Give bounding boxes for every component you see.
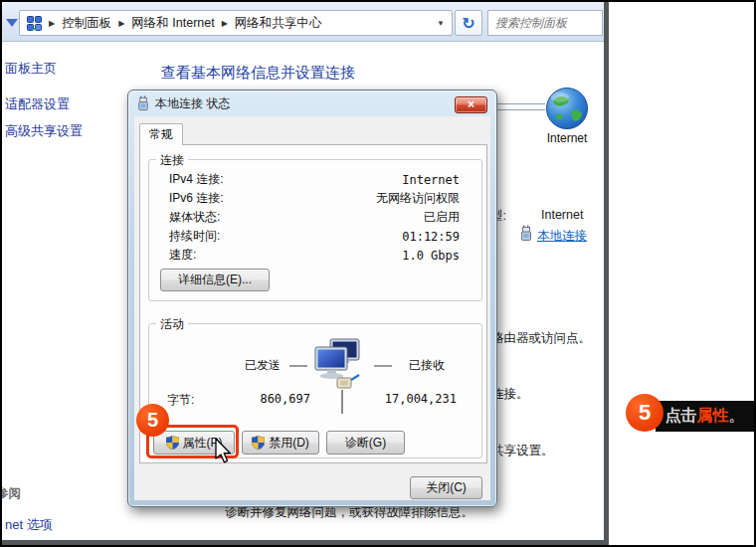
search-box [487,10,603,36]
general-tab-panel: 连接 IPv4 连接: Internet IPv6 连接: 无网络访问权限 媒体… [139,144,487,463]
sent-label: 已发送 [245,357,281,374]
received-dash [374,365,392,367]
row-label: 速度: [169,247,196,264]
sidebar-item-internet-options[interactable]: net 选项 [5,516,53,534]
internet-map-caption: Internet [542,131,592,145]
search-input[interactable] [488,11,602,35]
activity-group-label: 活动 [156,316,188,333]
breadcrumb-separator-icon: ▶ [49,19,55,28]
close-icon[interactable]: × [455,96,487,113]
breadcrumb-item-network-internet[interactable]: 网络和 Internet [131,15,214,32]
refresh-button[interactable]: ↻ [455,10,482,36]
callout-text-suffix: 。 [729,406,745,427]
connection-type-value: Internet [541,208,583,222]
received-label: 已接收 [409,357,445,374]
row-label: IPv6 连接: [169,190,224,207]
mouse-cursor-icon [214,438,234,465]
callout-text-highlight: 属性 [697,406,729,427]
row-value: 01:12:59 [402,230,460,244]
connection-group-label: 连接 [156,152,188,169]
callout-instruction: 点击属性。 [656,401,754,432]
row-label: IPv4 连接: [169,171,224,188]
breadcrumb-separator-icon: ▶ [222,19,228,28]
row-label: 媒体状态: [169,209,220,226]
local-connection-link[interactable]: 本地连接 [537,228,587,245]
callout-text-prefix: 点击 [665,406,697,427]
breadcrumb-separator-icon: ▶ [118,19,124,28]
explorer-window: ▶ 控制面板 ▶ 网络和 Internet ▶ 网络和共享中心 ▼ ↻ 面板主页… [2,2,609,545]
status-row-media-state: 媒体状态: 已启用 [169,208,460,227]
row-label: 持续时间: [169,228,220,245]
status-row-ipv6: IPv6 连接: 无网络访问权限 [169,189,460,208]
network-map-line [496,103,545,110]
diagnose-button-label: 诊断(G) [345,435,386,452]
back-dropdown-icon[interactable] [6,19,18,27]
internet-globe-icon [545,87,589,130]
callout-step-badge: 5 [626,394,663,432]
row-value: 无网络访问权限 [376,190,460,207]
tab-general[interactable]: 常规 [139,123,183,145]
row-value: 已启用 [424,209,460,226]
page-title: 查看基本网络信息并设置连接 [161,64,355,83]
uac-shield-icon [252,436,265,450]
address-toolbar: ▶ 控制面板 ▶ 网络和 Internet ▶ 网络和共享中心 ▼ ↻ [2,2,604,42]
text-fragment-router: 路由器或访问点。 [491,330,591,347]
disable-button[interactable]: 禁用(D) [242,431,319,455]
diagnose-button[interactable]: 诊断(G) [326,431,405,455]
disable-button-label: 禁用(D) [269,435,309,452]
breadcrumb-item-network-sharing-center[interactable]: 网络和共享中心 [235,15,322,32]
row-value: Internet [402,173,460,187]
status-row-speed: 速度: 1.0 Gbps [169,246,460,265]
close-button[interactable]: 关闭(C) [410,476,482,499]
details-button[interactable]: 详细信息(E)... [160,269,270,291]
bytes-sent-value: 860,697 [211,392,310,406]
breadcrumb[interactable]: ▶ 控制面板 ▶ 网络和 Internet ▶ 网络和共享中心 ▼ [19,10,453,36]
step-badge: 5 [136,404,169,437]
text-fragment-sharing: 共享设置。 [491,443,554,459]
dialog-titlebar[interactable]: 本地连接 状态 [128,91,496,116]
sidebar-item-control-panel-home[interactable]: 面板主页 [5,60,57,78]
sidebar-item-change-adapter-settings[interactable]: 适配器设置 [5,95,70,113]
bytes-label: 字节: [167,392,194,409]
local-connection-icon [520,225,532,242]
status-row-ipv4: IPv4 连接: Internet [169,170,460,189]
bytes-received-value: 17,004,231 [357,392,457,406]
dialog-title: 本地连接 状态 [155,95,230,112]
dialog-title-icon [137,95,149,111]
sidebar-see-also-heading: 参阅 [2,485,21,502]
control-panel-icon [27,16,42,31]
refresh-icon: ↻ [462,14,474,33]
status-row-duration: 持续时间: 01:12:59 [169,227,460,246]
activity-divider-line [341,390,343,414]
network-activity-computers-icon [313,338,361,394]
address-dropdown-icon[interactable]: ▼ [437,19,445,28]
row-value: 1.0 Gbps [402,249,460,263]
connection-groupbox: 连接 IPv4 连接: Internet IPv6 连接: 无网络访问权限 媒体… [148,159,482,301]
sent-dash [289,365,307,367]
breadcrumb-item-control-panel[interactable]: 控制面板 [62,15,111,32]
sidebar-item-advanced-sharing-settings[interactable]: 高级共享设置 [5,122,83,140]
